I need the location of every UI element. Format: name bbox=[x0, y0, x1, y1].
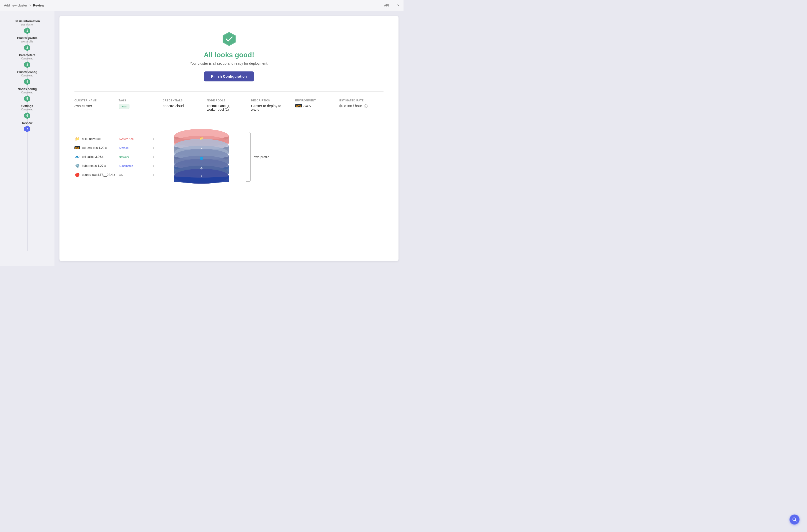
stack-layers-list: 📁 hello-universe System App aws csi-aws-… bbox=[74, 135, 154, 179]
layer-icon: ⚙️ bbox=[75, 164, 80, 168]
aws-logo: aws bbox=[295, 104, 302, 108]
layer-connector bbox=[138, 175, 154, 175]
cluster-name-cell: CLUSTER NAME aws-cluster bbox=[74, 99, 119, 108]
profile-label: aws-profile bbox=[254, 155, 269, 159]
finish-configuration-button[interactable]: Finish Configuration bbox=[204, 72, 254, 81]
breadcrumb-parent: Add new cluster bbox=[4, 3, 27, 7]
step-label-4: Cluster config bbox=[17, 71, 37, 74]
breadcrumb-separator: > bbox=[29, 3, 31, 7]
cluster-info-row: CLUSTER NAME aws-cluster TAGS aws CREDEN… bbox=[74, 99, 383, 117]
tags-cell: TAGS aws bbox=[119, 99, 163, 109]
svg-text:🖥: 🖥 bbox=[200, 175, 203, 178]
step-sublabel-6: Completed bbox=[21, 108, 33, 111]
estimated-rate-value: $0.8166 / hour i bbox=[339, 104, 378, 108]
step-badge-1: 1 bbox=[23, 27, 31, 35]
layer-type: Storage bbox=[119, 146, 136, 149]
step-sublabel-3: Completed bbox=[21, 57, 33, 60]
stack-3d-container: 📁 ☁ 🌐 ⚙ 🖥 aws-profile bbox=[164, 129, 249, 184]
step-sublabel-1: aws-cluster bbox=[21, 23, 34, 26]
layer-connector bbox=[138, 166, 154, 166]
aws-label: AWS bbox=[304, 104, 311, 108]
svg-text:⚙: ⚙ bbox=[200, 167, 203, 170]
layer-type: System App bbox=[119, 137, 136, 140]
stack-3d-svg: 📁 ☁ 🌐 ⚙ 🖥 bbox=[164, 129, 239, 184]
description-label: DESCRIPTION bbox=[251, 99, 290, 102]
step-sublabel-4: Completed bbox=[21, 74, 33, 77]
layer-type: Kubernetes bbox=[119, 164, 136, 167]
layer-icon: 📁 bbox=[75, 137, 80, 141]
success-section: All looks good! Your cluster is all set … bbox=[74, 26, 383, 92]
layer-type: OS bbox=[119, 173, 136, 176]
layer-icon-cell: aws bbox=[74, 145, 80, 151]
layer-icon: 🔴 bbox=[75, 173, 80, 177]
sidebar-step-1[interactable]: Basic informationaws-cluster 1 bbox=[0, 19, 54, 35]
step-label-5: Nodes config bbox=[18, 88, 37, 91]
layer-icon-cell: ⚙️ bbox=[74, 163, 80, 169]
stack-layer-row: 📁 hello-universe System App bbox=[74, 135, 154, 143]
success-subtitle: Your cluster is all set up and ready for… bbox=[190, 61, 268, 65]
sidebar-step-4[interactable]: Cluster configCompleted 4 bbox=[0, 71, 54, 86]
svg-text:📁: 📁 bbox=[200, 136, 203, 140]
tags-value: aws bbox=[119, 104, 158, 109]
step-label-7: Review bbox=[22, 121, 32, 125]
layer-aws-icon: aws bbox=[74, 146, 80, 149]
step-badge-4: 4 bbox=[23, 78, 31, 86]
step-label-1: Basic information bbox=[15, 19, 40, 23]
step-badge-2: 2 bbox=[23, 44, 31, 52]
step-label-6: Settings bbox=[21, 104, 33, 108]
title-divider bbox=[393, 3, 393, 8]
stack-layer-row: ⚙️ kubernetes 1.27.x Kubernetes bbox=[74, 162, 154, 170]
sidebar-step-5[interactable]: Nodes configCompleted 5 bbox=[0, 88, 54, 102]
stack-layer-row: 🔴 ubuntu-aws LTS__22.4.x OS bbox=[74, 171, 154, 179]
credentials-value: spectro-cloud bbox=[163, 104, 202, 108]
stack-layer-row: 🐟 cni-calico 3.26.x Network bbox=[74, 153, 154, 161]
node-pools-cell: NODE POOLS control-plane (1) worker-pool… bbox=[207, 99, 251, 111]
cluster-name-value: aws-cluster bbox=[74, 104, 114, 108]
layer-name: cni-calico 3.26.x bbox=[82, 155, 117, 158]
tags-label: TAGS bbox=[119, 99, 158, 102]
step-sublabel-5: Completed bbox=[21, 91, 33, 94]
layer-name: hello-universe bbox=[82, 137, 117, 140]
sidebar-step-6[interactable]: SettingsCompleted 6 bbox=[0, 104, 54, 119]
node-pools-line2: worker-pool (1) bbox=[207, 108, 246, 111]
step-label-2: Cluster profile bbox=[17, 36, 37, 40]
description-value: Cluster to deploy to AWS. bbox=[251, 104, 290, 112]
layer-icon-cell: 🐟 bbox=[74, 154, 80, 159]
title-bar: Add new cluster > Review API × bbox=[0, 0, 404, 11]
credentials-cell: CREDENTIALS spectro-cloud bbox=[163, 99, 207, 108]
stack-layer-row: aws csi-aws-ebs 1.22.x Storage bbox=[74, 144, 154, 152]
step-sublabel-2: aws-profile bbox=[21, 40, 33, 43]
info-icon[interactable]: i bbox=[364, 104, 368, 108]
sidebar-step-7[interactable]: Review 7 bbox=[0, 121, 54, 133]
cluster-name-label: CLUSTER NAME bbox=[74, 99, 114, 102]
layer-connector bbox=[138, 148, 154, 148]
sidebar: Basic informationaws-cluster 1 Cluster p… bbox=[0, 11, 54, 266]
svg-text:☁: ☁ bbox=[200, 147, 203, 150]
layer-icon-cell: 📁 bbox=[74, 136, 80, 141]
environment-value: aws AWS bbox=[295, 104, 335, 108]
breadcrumb: Add new cluster > Review bbox=[4, 3, 44, 7]
layer-name: csi-aws-ebs 1.22.x bbox=[82, 146, 117, 150]
sidebar-step-3[interactable]: ParametersCompleted 3 bbox=[0, 54, 54, 69]
step-label-3: Parameters bbox=[19, 54, 35, 57]
estimated-rate-label: ESTIMATED RATE bbox=[339, 99, 378, 102]
close-button[interactable]: × bbox=[397, 3, 399, 7]
step-badge-6: 6 bbox=[23, 112, 31, 119]
tag-badge: aws bbox=[119, 104, 129, 109]
sidebar-step-2[interactable]: Cluster profileaws-profile 2 bbox=[0, 36, 54, 52]
layer-connector bbox=[138, 157, 154, 157]
main-layout: Basic informationaws-cluster 1 Cluster p… bbox=[0, 11, 404, 266]
step-badge-5: 5 bbox=[23, 95, 31, 102]
layer-name: kubernetes 1.27.x bbox=[82, 164, 117, 168]
credentials-label: CREDENTIALS bbox=[163, 99, 202, 102]
environment-cell: ENVIRONMENT aws AWS bbox=[295, 99, 340, 108]
step-badge-7: 7 bbox=[23, 125, 31, 133]
success-icon bbox=[221, 31, 237, 47]
api-link[interactable]: API bbox=[384, 4, 389, 7]
node-pools-line1: control-plane (1) bbox=[207, 104, 246, 108]
step-badge-3: 3 bbox=[23, 61, 31, 69]
environment-label: ENVIRONMENT bbox=[295, 99, 335, 102]
svg-text:🌐: 🌐 bbox=[200, 156, 203, 160]
breadcrumb-current: Review bbox=[33, 3, 44, 7]
content-area: All looks good! Your cluster is all set … bbox=[59, 16, 398, 261]
